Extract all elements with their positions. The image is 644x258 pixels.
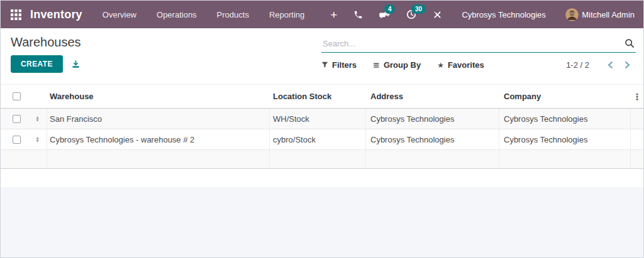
pager: 1-2 / 2 [566,60,636,70]
favorites-button[interactable]: ★ Favorites [437,60,484,70]
group-by-label: Group By [384,60,421,70]
cell-address: Cybrosys Technologies [366,109,499,129]
activities-button[interactable]: 30 [398,1,425,28]
row-checkbox[interactable] [13,115,21,123]
top-navbar: Inventory Overview Operations Products R… [1,1,643,28]
pager-range[interactable]: 1-2 / 2 [566,60,589,70]
column-header-company[interactable]: Company [499,85,631,108]
phone-icon [353,10,363,19]
user-menu[interactable]: Mitchell Admin [565,8,635,21]
cell-warehouse: Cybrosys Technologies - warehouse # 2 [47,129,270,149]
messages-badge: 4 [384,4,395,14]
drag-handle-icon[interactable]: ▴▾ [36,116,38,122]
search-box [321,35,636,53]
cell-address: Cybrosys Technologies [366,129,499,149]
column-header-address[interactable]: Address [366,85,499,108]
avatar [565,8,579,21]
group-by-button[interactable]: ≡ Group By [373,60,421,70]
menu-products[interactable]: Products [207,1,259,28]
main-menu: Overview Operations Products Reporting [92,1,314,28]
chevron-left-icon [608,61,613,69]
activities-badge: 30 [411,4,425,14]
search-icon [625,38,635,48]
list-bottom-spacer [1,169,643,187]
warehouses-list: Warehouse Location Stock Address Company… [1,85,643,169]
search-options: Filters ≡ Group By ★ Favorites [321,60,484,70]
chevron-right-icon [625,61,630,69]
empty-table-row [1,150,643,169]
column-header-location-stock[interactable]: Location Stock [270,85,366,108]
filters-label: Filters [332,60,357,70]
quick-create-button[interactable]: + [322,1,345,28]
export-download-icon [71,60,80,69]
row-checkbox[interactable] [13,136,21,144]
menu-operations[interactable]: Operations [147,1,207,28]
table-row[interactable]: ▴▾ San Francisco WH/Stock Cybrosys Techn… [1,109,643,129]
cell-location-stock: WH/Stock [270,109,366,129]
cell-company: Cybrosys Technologies [499,109,631,129]
pager-previous-button[interactable] [602,60,619,70]
group-by-icon: ≡ [373,60,380,70]
search-input[interactable] [321,39,623,48]
filters-button[interactable]: Filters [321,60,357,70]
create-button[interactable]: CREATE [11,55,63,73]
filter-funnel-icon [321,62,328,68]
table-row[interactable]: ▴▾ Cybrosys Technologies - warehouse # 2… [1,129,643,150]
page-title: Warehouses [11,35,81,50]
column-header-warehouse[interactable]: Warehouse [47,85,270,108]
menu-reporting[interactable]: Reporting [259,1,314,28]
select-all-checkbox[interactable] [13,92,21,100]
apps-grid-icon [11,9,21,20]
plus-icon: + [330,9,337,21]
pager-next-button[interactable] [619,60,636,70]
favorites-label: Favorites [448,60,484,70]
cell-company: Cybrosys Technologies [499,129,631,149]
control-panel: Warehouses CREATE [1,28,643,85]
cell-location-stock: cybro/Stock [270,129,366,149]
star-icon: ★ [437,61,444,70]
drag-handle-icon[interactable]: ▴▾ [36,136,38,142]
voip-phone-button[interactable] [345,1,371,28]
debug-tools-button[interactable] [425,1,450,28]
app-name[interactable]: Inventory [30,8,82,21]
company-switcher[interactable]: Cybrosys Technologies [455,10,552,19]
menu-overview[interactable]: Overview [92,1,147,28]
user-name: Mitchell Admin [582,10,635,19]
messages-button[interactable]: 4 [371,1,398,28]
table-header-row: Warehouse Location Stock Address Company… [1,85,643,109]
optional-columns-icon[interactable]: ⋮ [633,92,641,101]
app-window: Inventory Overview Operations Products R… [0,0,644,258]
apps-menu-button[interactable] [11,9,21,20]
search-button[interactable] [623,38,636,48]
export-button[interactable] [71,60,80,69]
systray: + 4 30 [322,1,450,28]
cell-warehouse: San Francisco [47,109,270,129]
content-background [1,187,643,257]
tools-icon [433,10,442,19]
